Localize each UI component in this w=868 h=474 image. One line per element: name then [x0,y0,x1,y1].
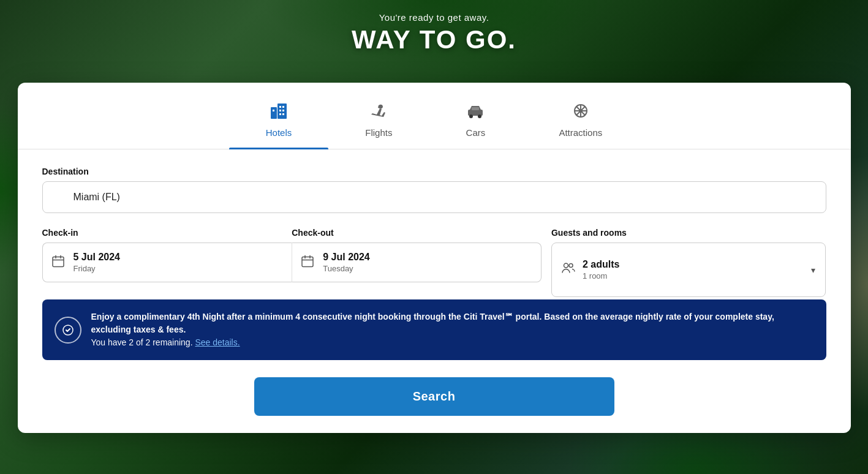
booking-card: Hotels Flights Cars [18,83,851,433]
search-button-wrapper: Search [18,377,851,433]
attractions-icon [571,101,591,124]
svg-rect-4 [282,106,284,108]
checkin-section: Check-in 5 Jul 2024 Friday [42,228,292,282]
promo-see-details-link[interactable]: See details. [195,337,240,347]
search-button[interactable]: Search [254,377,614,416]
svg-rect-6 [282,110,284,111]
checkin-day: Friday [74,264,282,273]
tab-flights[interactable]: Flights [328,95,429,149]
cars-icon [466,101,485,124]
svg-rect-21 [53,257,64,266]
tab-hotels[interactable]: Hotels [229,95,329,149]
date-guests-row: Check-in 5 Jul 2024 Friday Chec [42,228,826,282]
svg-rect-25 [302,257,313,266]
svg-point-10 [469,115,473,118]
svg-rect-3 [279,106,281,108]
checkin-picker[interactable]: 5 Jul 2024 Friday [42,243,292,282]
checkout-section: Check-out 9 Jul 2024 Tuesday [292,228,542,282]
promo-text: Enjoy a complimentary 4th Night after a … [91,310,814,349]
promo-remaining-text: You have 2 of 2 remaining. [91,337,193,347]
promo-icon [55,317,81,344]
tab-cars[interactable]: Cars [429,95,522,149]
svg-rect-1 [277,103,287,119]
rooms-count: 1 room [583,271,619,280]
guests-info: 2 adults 1 room [583,259,619,280]
destination-wrapper [42,181,826,213]
guests-icon [560,261,575,279]
tab-hotels-label: Hotels [266,127,292,138]
svg-rect-8 [282,113,284,115]
checkout-picker[interactable]: 9 Jul 2024 Tuesday [292,243,542,282]
hero-title: WAY TO GO. [352,25,516,55]
svg-rect-0 [271,107,277,119]
svg-point-30 [569,263,573,267]
checkout-calendar-icon [301,254,314,271]
tab-flights-label: Flights [365,127,392,138]
checkin-date: 5 Jul 2024 [74,252,282,263]
svg-point-29 [564,263,568,268]
hero-subtitle: You're ready to get away. [352,12,516,23]
hotels-icon [269,101,289,124]
tab-bar: Hotels Flights Cars [18,83,851,149]
destination-input[interactable] [42,181,826,213]
chevron-down-icon: ▾ [811,265,815,275]
svg-rect-7 [279,113,281,115]
svg-point-11 [478,115,481,118]
checkout-date: 9 Jul 2024 [323,252,531,263]
checkout-label: Check-out [292,228,542,238]
svg-point-18 [579,109,583,113]
checkin-label: Check-in [42,228,292,238]
hero-section: You're ready to get away. WAY TO GO. [352,12,516,55]
guests-dropdown[interactable]: 2 adults 1 room ▾ [551,243,826,297]
guests-label: Guests and rooms [551,228,826,238]
svg-rect-2 [273,110,274,111]
promo-banner: Enjoy a complimentary 4th Night after a … [42,299,826,360]
svg-rect-5 [279,110,281,111]
svg-rect-12 [472,107,479,110]
tab-attractions-label: Attractions [559,127,602,138]
guests-section: Guests and rooms 2 adults 1 room [551,228,826,282]
checkout-day: Tuesday [323,264,531,273]
tab-cars-label: Cars [466,127,486,138]
checkin-calendar-icon [51,254,65,271]
flights-icon [369,101,388,124]
tab-attractions[interactable]: Attractions [522,95,639,149]
destination-label: Destination [42,167,826,176]
promo-main-text: Enjoy a complimentary 4th Night after a … [91,312,774,334]
search-form: Destination Check-in [18,149,851,299]
guests-count: 2 adults [583,259,619,270]
